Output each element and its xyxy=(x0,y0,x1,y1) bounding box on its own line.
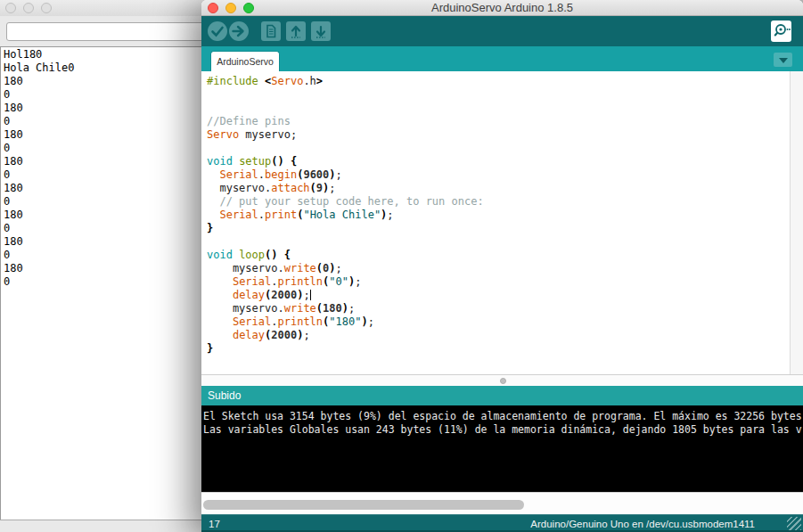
console-horizontal-scrollbar[interactable] xyxy=(201,492,803,514)
tab-menu-button[interactable] xyxy=(774,53,792,67)
upload-button[interactable] xyxy=(228,20,250,42)
tab-arduinoservo[interactable]: ArduinoServo xyxy=(210,51,280,71)
magnifier-icon xyxy=(771,20,792,42)
resize-grip-icon[interactable] xyxy=(787,517,801,530)
serial-monitor-button[interactable] xyxy=(771,20,792,42)
minimize-button[interactable] xyxy=(23,3,34,13)
traffic-lights xyxy=(5,3,52,13)
verify-button[interactable] xyxy=(207,20,228,42)
arrow-up-tray-icon xyxy=(286,21,307,41)
serial-input-row xyxy=(0,16,214,46)
serial-send-input[interactable] xyxy=(6,22,208,41)
status-message: Subido xyxy=(208,389,241,402)
toolbar xyxy=(201,16,803,46)
editor-console-splitter[interactable] xyxy=(201,374,803,386)
checkmark-icon xyxy=(207,20,228,42)
serial-monitor-window: Hol180Hola Chile018001800180018001800180… xyxy=(0,0,214,532)
console-output: El Sketch usa 3154 bytes (9%) del espaci… xyxy=(201,405,803,492)
window-title: ArduinoServo Arduino 1.8.5 xyxy=(201,0,803,16)
close-button[interactable] xyxy=(208,3,218,13)
save-sketch-button[interactable] xyxy=(311,21,332,43)
arrow-right-icon xyxy=(228,20,250,42)
scrollbar-thumb[interactable] xyxy=(203,500,524,510)
document-icon xyxy=(261,21,283,41)
code-content[interactable]: #include <Servo.h> //Define pinsServo my… xyxy=(201,71,790,374)
line-status-bar: 17 Arduino/Genuino Uno en /dev/cu.usbmod… xyxy=(201,514,803,532)
ide-status-bar: Subido xyxy=(201,386,803,405)
traffic-lights xyxy=(208,3,254,13)
current-line-number: 17 xyxy=(209,516,220,532)
tab-bar: ArduinoServo xyxy=(201,46,803,71)
minimize-button[interactable] xyxy=(225,3,236,13)
zoom-button[interactable] xyxy=(243,3,254,13)
splitter-grip-icon[interactable] xyxy=(500,378,506,384)
ide-titlebar[interactable]: ArduinoServo Arduino 1.8.5 xyxy=(201,0,803,16)
serial-monitor-titlebar[interactable] xyxy=(0,0,214,16)
zoom-button[interactable] xyxy=(41,3,52,13)
code-editor[interactable]: #include <Servo.h> //Define pinsServo my… xyxy=(201,71,803,374)
serial-monitor-footer xyxy=(0,520,214,532)
serial-output-area[interactable]: Hol180Hola Chile018001800180018001800180… xyxy=(0,46,214,520)
arduino-ide-window: ArduinoServo Arduino 1.8.5 xyxy=(201,0,803,532)
open-sketch-button[interactable] xyxy=(286,21,307,43)
arrow-down-tray-icon xyxy=(311,21,332,41)
editor-vertical-scrollbar[interactable] xyxy=(790,71,803,374)
close-button[interactable] xyxy=(5,3,16,13)
new-sketch-button[interactable] xyxy=(261,21,283,43)
board-port-label: Arduino/Genuino Uno en /dev/cu.usbmodem1… xyxy=(530,516,755,532)
